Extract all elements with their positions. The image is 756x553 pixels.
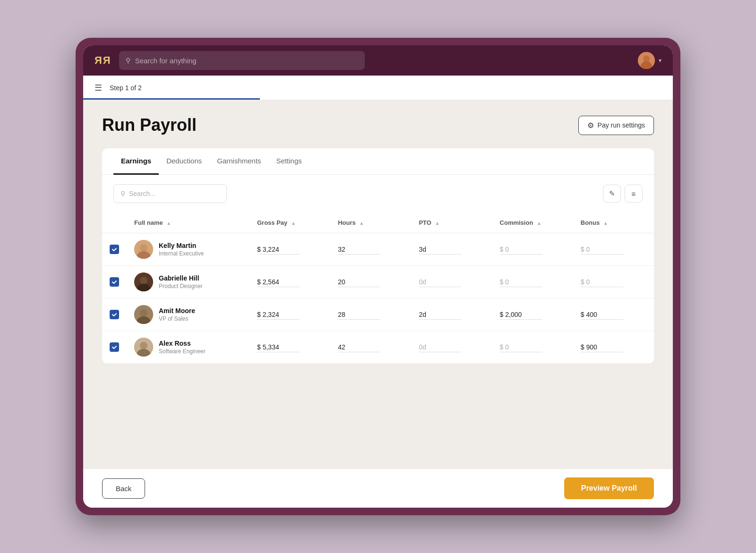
sort-fullname-icon[interactable]: ▲ (166, 221, 171, 226)
app-logo: ЯЯ (94, 54, 112, 67)
svg-point-4 (140, 244, 147, 252)
row-gross-pay-cell (249, 298, 330, 331)
avatar (638, 52, 655, 69)
sort-commission-icon[interactable]: ▲ (537, 221, 541, 226)
user-menu[interactable]: ▾ (638, 52, 662, 69)
top-bar: ЯЯ ⚲ ▾ (83, 45, 673, 76)
employee-avatar (134, 338, 153, 357)
employee-avatar (134, 272, 153, 291)
pto-input[interactable] (419, 310, 461, 320)
commission-input[interactable] (500, 310, 542, 320)
table-search-icon: ⚲ (120, 190, 125, 197)
bottom-bar: Back Preview Payroll (83, 468, 673, 508)
tab-garnishments[interactable]: Garnishments (209, 148, 268, 175)
row-hours-cell (330, 233, 411, 266)
table-search-input[interactable] (129, 190, 220, 197)
employee-role: Software Engineer (159, 348, 206, 355)
employee-name: Alex Ross (159, 340, 206, 347)
tab-settings[interactable]: Settings (269, 148, 309, 175)
employee-name: Kelly Martin (159, 242, 204, 249)
employee-avatar (134, 305, 153, 324)
hours-input[interactable] (338, 245, 380, 255)
row-employee-cell: Gabrielle Hill Product Designer (127, 266, 249, 298)
gross-pay-input[interactable] (257, 277, 300, 287)
row-checkbox[interactable] (110, 245, 119, 254)
user-menu-chevron-icon: ▾ (659, 57, 662, 64)
row-checkbox-cell (102, 298, 127, 331)
gross-pay-input[interactable] (257, 342, 300, 352)
table-row: Alex Ross Software Engineer (102, 331, 654, 364)
row-checkbox[interactable] (110, 342, 119, 352)
preview-payroll-button[interactable]: Preview Payroll (564, 477, 654, 499)
row-pto-cell (411, 266, 492, 298)
table-row: Kelly Martin Internal Executive (102, 233, 654, 266)
step-bar: ☰ Step 1 of 2 (83, 76, 673, 100)
row-bonus-cell (573, 298, 654, 331)
row-pto-cell (411, 298, 492, 331)
table-search-bar[interactable]: ⚲ (113, 184, 227, 203)
pto-input[interactable] (419, 277, 461, 287)
hours-input[interactable] (338, 310, 380, 320)
row-checkbox-cell (102, 331, 127, 364)
bonus-input[interactable] (581, 310, 623, 320)
page-title: Run Payroll (102, 115, 197, 135)
col-header-gross-pay: Gross Pay ▲ (249, 213, 330, 233)
bonus-input[interactable] (581, 245, 623, 255)
pto-input[interactable] (419, 342, 461, 352)
employee-avatar (134, 240, 153, 259)
hamburger-icon[interactable]: ☰ (94, 83, 102, 93)
row-employee-cell: Kelly Martin Internal Executive (127, 233, 249, 266)
step-progress-bar (83, 98, 260, 100)
row-bonus-cell (573, 266, 654, 298)
row-hours-cell (330, 331, 411, 364)
row-commission-cell (492, 298, 573, 331)
table-header-row: Full name ▲ Gross Pay ▲ Hours ▲ PTO ▲ Co… (102, 213, 654, 233)
back-button[interactable]: Back (102, 478, 145, 499)
sort-gross-icon[interactable]: ▲ (291, 221, 296, 226)
device-screen: ЯЯ ⚲ ▾ ☰ Step 1 of 2 (83, 45, 673, 508)
hours-input[interactable] (338, 277, 380, 287)
pay-run-settings-button[interactable]: ⚙ Pay run settings (578, 116, 654, 135)
svg-point-10 (140, 309, 147, 317)
row-checkbox[interactable] (110, 310, 119, 319)
employee-name: Amit Moore (159, 307, 195, 315)
commission-input[interactable] (500, 277, 542, 287)
pto-input[interactable] (419, 245, 461, 255)
bonus-input[interactable] (581, 342, 623, 352)
tab-earnings[interactable]: Earnings (113, 148, 159, 175)
col-header-hours: Hours ▲ (330, 213, 411, 233)
bonus-input[interactable] (581, 277, 623, 287)
global-search-input[interactable] (135, 57, 358, 65)
table-action-buttons: ✎ ≡ (603, 185, 643, 203)
row-gross-pay-cell (249, 331, 330, 364)
row-employee-cell: Alex Ross Software Engineer (127, 331, 249, 364)
sort-pto-icon[interactable]: ▲ (435, 221, 439, 226)
row-checkbox[interactable] (110, 277, 119, 287)
sort-hours-icon[interactable]: ▲ (359, 221, 364, 226)
row-checkbox-cell (102, 266, 127, 298)
tab-deductions[interactable]: Deductions (159, 148, 209, 175)
page-header: Run Payroll ⚙ Pay run settings (102, 115, 654, 135)
row-pto-cell (411, 233, 492, 266)
commission-input[interactable] (500, 245, 542, 255)
hours-input[interactable] (338, 342, 380, 352)
table-row: Amit Moore VP of Sales (102, 298, 654, 331)
filter-button[interactable]: ≡ (625, 185, 643, 203)
gear-icon: ⚙ (587, 121, 594, 130)
row-bonus-cell (573, 331, 654, 364)
row-pto-cell (411, 331, 492, 364)
employee-role: VP of Sales (159, 315, 195, 322)
gross-pay-input[interactable] (257, 310, 300, 320)
table-row: Gabrielle Hill Product Designer (102, 266, 654, 298)
gross-pay-input[interactable] (257, 245, 300, 255)
row-bonus-cell (573, 233, 654, 266)
global-search-bar[interactable]: ⚲ (119, 51, 365, 70)
edit-button[interactable]: ✎ (603, 185, 621, 203)
row-checkbox-cell (102, 233, 127, 266)
step-indicator: Step 1 of 2 (110, 84, 142, 92)
row-hours-cell (330, 266, 411, 298)
commission-input[interactable] (500, 342, 542, 352)
employee-name: Gabrielle Hill (159, 274, 203, 282)
row-commission-cell (492, 266, 573, 298)
sort-bonus-icon[interactable]: ▲ (603, 221, 608, 226)
